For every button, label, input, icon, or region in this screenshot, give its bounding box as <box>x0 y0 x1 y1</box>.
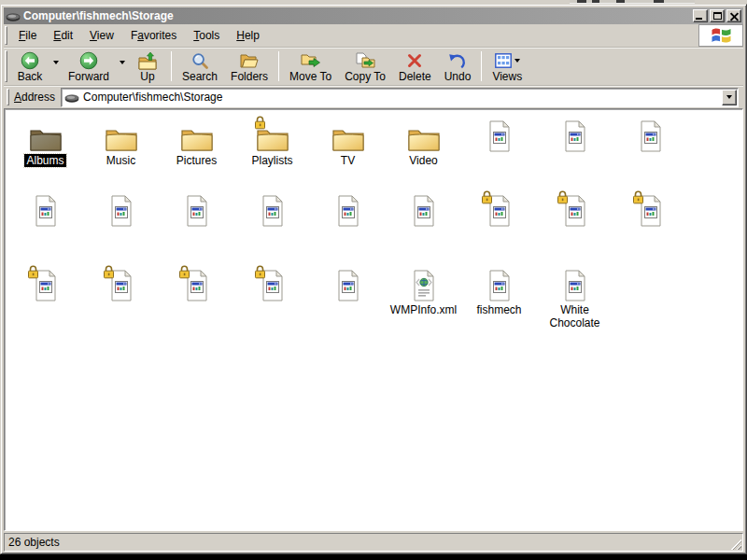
file-item-unnamed[interactable] <box>386 192 461 267</box>
folders-label: Folders <box>231 71 268 83</box>
file-icon <box>486 270 514 301</box>
undo-icon <box>448 51 467 70</box>
file-item-unnamed[interactable] <box>613 192 688 267</box>
delete-button[interactable]: Delete <box>392 49 438 84</box>
file-item-unnamed[interactable] <box>234 267 310 342</box>
folder-item-albums[interactable]: Albums <box>7 118 83 192</box>
delete-icon <box>406 51 423 70</box>
delete-label: Delete <box>399 71 431 83</box>
menu-file[interactable]: File <box>10 26 45 45</box>
file-item-unnamed[interactable] <box>234 192 310 267</box>
file-item-fishmech[interactable]: fishmech <box>461 267 537 342</box>
item-label: fishmech <box>474 303 523 316</box>
window-title: Computer\fishmech\Storage <box>23 7 688 24</box>
item-label: Video <box>407 154 439 167</box>
lock-badge-icon <box>481 190 493 204</box>
minimize-button[interactable] <box>693 9 708 22</box>
back-button[interactable]: Back <box>10 49 49 84</box>
status-bar: 26 objects <box>4 533 743 552</box>
file-item-unnamed[interactable] <box>461 118 537 192</box>
file-item-white-chocolate[interactable]: White Chocolate <box>537 267 613 342</box>
folder-item-tv[interactable]: TV <box>310 118 386 192</box>
forward-label: Forward <box>68 71 109 83</box>
lock-badge-icon <box>557 190 569 204</box>
address-bar-grip[interactable] <box>7 89 9 105</box>
views-icon <box>495 51 512 70</box>
file-item-unnamed[interactable] <box>461 192 537 267</box>
file-item-wmpinfo-xml[interactable]: WMPInfo.xml <box>386 267 461 342</box>
file-item-unnamed[interactable] <box>613 118 688 192</box>
move-to-button[interactable]: Move To <box>283 49 338 84</box>
toolbar-separator <box>171 51 172 81</box>
forward-button[interactable]: Forward <box>62 49 116 84</box>
folder-item-pictures[interactable]: Pictures <box>159 118 234 192</box>
search-icon <box>190 51 209 70</box>
file-item-unnamed[interactable] <box>159 267 234 342</box>
search-button[interactable]: Search <box>176 49 224 84</box>
chevron-down-icon <box>53 61 59 64</box>
views-button[interactable]: Views <box>486 49 529 84</box>
address-input[interactable]: Computer\fishmech\Storage <box>61 88 739 107</box>
file-item-unnamed[interactable] <box>7 267 83 342</box>
back-dropdown-button[interactable] <box>49 41 62 84</box>
file-item-unnamed[interactable] <box>7 192 83 267</box>
item-label: Pictures <box>175 154 218 167</box>
maximize-button[interactable] <box>710 9 725 22</box>
file-list-area[interactable]: AlbumsMusicPicturesPlaylistsTVVideoWMPIn… <box>4 108 743 531</box>
xml-file-icon <box>410 270 438 301</box>
menu-bar-grip[interactable] <box>5 26 7 45</box>
folder-icon <box>105 126 138 152</box>
item-label: WMPInfo.xml <box>388 303 458 316</box>
file-icon <box>334 195 362 227</box>
file-icon <box>32 195 60 227</box>
forward-dropdown-button[interactable] <box>116 41 128 84</box>
address-dropdown-button[interactable] <box>722 90 737 105</box>
folder-icon <box>180 126 214 152</box>
close-icon <box>730 12 739 21</box>
folder-item-video[interactable]: Video <box>386 118 461 192</box>
file-item-unnamed[interactable] <box>83 267 159 342</box>
screen-bottom-edge <box>0 554 747 560</box>
file-icon <box>637 120 665 152</box>
copy-to-button[interactable]: Copy To <box>338 49 392 84</box>
lock-badge-icon <box>254 116 266 130</box>
move-to-icon <box>301 51 321 70</box>
item-label: TV <box>339 154 357 167</box>
folder-icon <box>407 126 441 152</box>
up-button[interactable]: Up <box>128 49 167 84</box>
file-item-unnamed[interactable] <box>537 192 613 267</box>
file-icon <box>561 120 589 152</box>
title-bar[interactable]: Computer\fishmech\Storage <box>4 7 743 24</box>
folder-item-playlists[interactable]: Playlists <box>234 118 310 192</box>
address-bar: Address Computer\fishmech\Storage <box>4 85 743 108</box>
resize-grip[interactable] <box>730 539 741 550</box>
file-item-unnamed[interactable] <box>537 118 613 192</box>
window-controls <box>691 9 741 22</box>
chevron-down-icon <box>120 61 125 64</box>
folder-icon <box>29 126 63 152</box>
move-to-label: Move To <box>289 71 331 83</box>
undo-label: Undo <box>444 71 472 83</box>
undo-button[interactable]: Undo <box>438 49 478 84</box>
file-item-unnamed[interactable] <box>310 192 386 267</box>
file-item-unnamed[interactable] <box>83 192 159 267</box>
folder-item-music[interactable]: Music <box>83 118 159 192</box>
file-item-unnamed[interactable] <box>310 267 386 342</box>
menu-help[interactable]: Help <box>228 26 268 45</box>
back-icon <box>21 51 39 70</box>
forward-icon <box>79 51 98 70</box>
icon-grid: AlbumsMusicPicturesPlaylistsTVVideoWMPIn… <box>5 109 742 342</box>
item-label: Albums <box>24 154 65 167</box>
menu-tools[interactable]: Tools <box>185 26 228 45</box>
menu-bar-items: FileEditViewFavoritesToolsHelp <box>10 24 698 47</box>
file-item-unnamed[interactable] <box>159 192 234 267</box>
toolbar-grip[interactable] <box>5 50 7 82</box>
toolbar-buttons: BackForwardUpSearchFoldersMove ToCopy To… <box>10 49 743 84</box>
menu-favorites[interactable]: Favorites <box>122 26 185 45</box>
toolbar-separator <box>481 51 482 81</box>
search-label: Search <box>182 71 218 83</box>
lock-badge-icon <box>27 265 39 279</box>
folders-button[interactable]: Folders <box>224 49 275 84</box>
close-button[interactable] <box>726 9 741 22</box>
file-icon <box>561 270 589 301</box>
